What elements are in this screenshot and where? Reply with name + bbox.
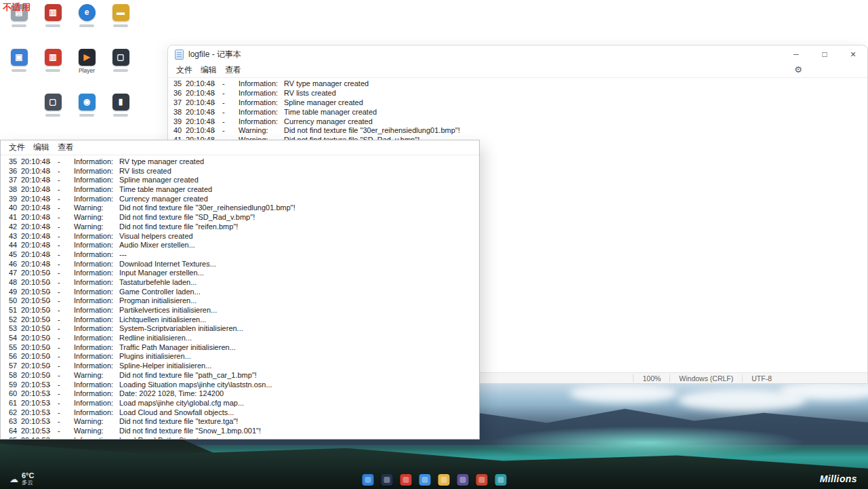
log-line: 3820:10:48--Information:Time table manag… [9,185,479,195]
log-line: 5920:10:53--Information:Loading Situatio… [9,380,479,390]
log-line: 4820:10:50--Information:Tastaturbefehle … [9,278,479,288]
bg-menu-bar: 文件 编辑 查看 [168,63,867,78]
log-line: 3720:10:48--Information:Spline manager c… [9,176,479,185]
log-line: 6120:10:53--Information:Load maps\jinhe … [9,399,479,408]
line-ending[interactable]: Windows (CRLF) [669,374,742,383]
desktop-icon-display[interactable]: ▣ [4,49,34,72]
log-line: 3920:10:48--Information:Currency manager… [173,117,867,127]
log-line: 3620:10:48--Information:RV lists created [173,89,867,98]
taskbar-app-icon-8[interactable] [495,474,506,486]
desktop-icon-camera-label [79,114,94,117]
desktop-icon-red-app-label [45,24,60,27]
desktop-icon-monitor[interactable]: ▢ [106,49,136,72]
log-line: 6020:10:53--Information:Date: 2022 1028,… [9,389,479,399]
front-menu-file[interactable]: 文件 [5,140,29,155]
log-line: 4220:10:48--Warning:Did not find texture… [9,222,479,232]
log-line: 5720:10:50--Information:Spline-Helper in… [9,361,479,371]
front-menu-bar: 文件 编辑 查看 [1,140,479,155]
front-log-text[interactable]: 3520:10:48--Information:RV type manager … [1,156,479,439]
desktop-icon-phone-glyph: ▮ [112,94,129,111]
log-line: 3820:10:48--Information:Time table manag… [173,108,867,117]
taskbar-icons [362,474,506,486]
log-line: 5820:10:50--Warning:Did not find texture… [9,371,479,380]
desktop-icon-red-app[interactable]: ▥ [38,4,68,27]
log-line: 3620:10:48--Information:RV lists created [9,167,479,176]
log-line: 4120:10:48--Warning:Did not find texture… [9,213,479,222]
taskbar-app-icon-5[interactable] [438,474,449,486]
taskbar-app-icon-3[interactable] [400,474,411,486]
window-controls [782,45,867,63]
desktop-icon-player-glyph: ▶ [79,49,96,66]
desktop-icon-display-label [12,69,26,72]
desktop-icon-ie-browser[interactable]: e [72,4,102,27]
zoom-level[interactable]: 100% [633,374,669,383]
log-line: 3520:10:48--Information:RV type manager … [173,79,867,89]
recording-watermark: Millions [820,473,857,484]
log-line: 5320:10:50--Information:System-Scriptvar… [9,324,479,334]
bg-title-bar[interactable]: logfile - 记事本 [168,45,867,63]
wallpaper-lake-glow [488,426,806,460]
maximize-button[interactable] [810,45,839,63]
bg-menu-file[interactable]: 文件 [172,63,197,77]
notepad-window-front: 文件 编辑 查看 3520:10:48--Information:RV type… [0,140,480,439]
desktop-icon-phone-label [113,114,128,117]
taskbar-app-icon-2[interactable] [381,474,392,486]
desktop-icon-pc-label [45,114,60,117]
desktop-icon-player[interactable]: ▶Player [72,49,102,74]
log-line: 6520:10:53--Information:Load Road Paths … [9,436,479,439]
wallpaper-cloud [569,384,678,403]
weather-widget[interactable]: 6°C 多云 [9,472,34,486]
log-line: 4520:10:48--Information:--- [9,250,479,260]
log-line: 6220:10:53--Information:Load Cloud and S… [9,408,479,418]
log-line: 3720:10:48--Information:Spline manager c… [173,98,867,108]
desktop-icon-invoice-glyph: ▥ [45,49,62,66]
taskbar-app-icon-4[interactable] [419,474,430,486]
log-line: 4720:10:50--Information:Input Manager er… [9,269,479,278]
taskbar-app-icon-1[interactable] [362,474,373,486]
log-line: 6320:10:53--Warning:Did not find texture… [9,417,479,427]
minimize-button[interactable] [782,45,810,63]
settings-gear-icon[interactable] [794,64,802,75]
weather-condition: 多云 [22,479,34,486]
bg-window-title: logfile - 记事本 [188,49,241,60]
desktop-icon-monitor-glyph: ▢ [112,49,129,66]
taskbar-app-icon-6[interactable] [457,474,468,486]
desktop-icon-red-app-glyph: ▥ [45,4,62,21]
desktop-icon-bus-glyph: ▬ [112,4,129,21]
desktop-icon-bus-label [113,24,128,27]
close-button[interactable] [839,45,867,63]
log-line: 6420:10:53--Warning:Did not find texture… [9,427,479,436]
log-line: 5520:10:50--Information:Traffic Path Man… [9,343,479,353]
desktop-icon-pc[interactable]: ▢ [38,94,68,117]
overlay-watermark-text: 不适用 [3,1,31,14]
desktop-icon-bus[interactable]: ▬ [106,4,136,27]
log-line: 5620:10:50--Information:Plugins initiali… [9,352,479,361]
desktop-icon-pc-glyph: ▢ [45,94,62,111]
weather-temperature: 6°C [22,472,34,479]
encoding[interactable]: UTF-8 [742,374,781,383]
bg-menu-view[interactable]: 查看 [221,63,245,77]
desktop-icon-invoice-label [45,69,60,72]
log-line: 4320:10:48--Information:Visual helpers c… [9,232,479,241]
desktop-icon-ie-browser-glyph: e [79,4,96,21]
desktop-icon-camera[interactable]: ◉ [72,94,102,117]
taskbar-app-icon-7[interactable] [476,474,487,486]
notepad-app-icon [175,50,184,60]
desktop-icon-invoice[interactable]: ▥ [38,49,68,72]
log-line: 3520:10:48--Information:RV type manager … [9,157,479,167]
log-line: 5220:10:50--Information:Lichtquellen ini… [9,315,479,325]
log-line: 4620:10:48--Information:Download Interne… [9,260,479,269]
weather-icon [9,473,18,485]
log-line: 3920:10:48--Information:Currency manager… [9,195,479,204]
log-line: 5020:10:50--Information:Progman initiali… [9,296,479,306]
desktop-icon-display-glyph: ▣ [11,49,28,66]
front-menu-edit[interactable]: 编辑 [29,140,54,155]
desktop-icon-ie-browser-label [79,24,94,27]
log-line: 4020:10:48--Warning:Did not find texture… [173,126,867,136]
desktop-icon-player-label: Player [72,68,102,74]
desktop-icon-phone[interactable]: ▮ [106,94,136,117]
log-line: 5420:10:50--Information:Redline initiali… [9,334,479,343]
bg-menu-edit[interactable]: 编辑 [197,63,221,77]
front-menu-view[interactable]: 查看 [54,140,78,155]
desktop-icon-monitor-label [113,69,128,72]
